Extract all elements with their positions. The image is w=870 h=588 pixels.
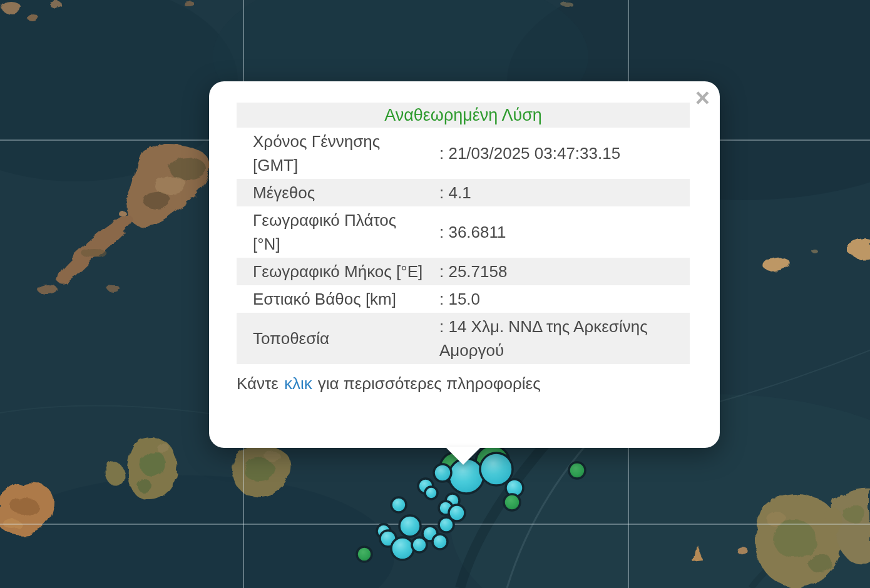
earthquake-marker[interactable] [399,515,421,537]
earthquake-marker[interactable] [391,537,414,560]
popup-table-row: Γεωγραφικό Πλάτος [°N]: 36.6811 [237,206,690,258]
popup-table-row: Χρόνος Γέννησης [GMT]: 21/03/2025 03:47:… [237,128,690,179]
field-value: : 25.7158 [424,260,690,283]
footer-text-suffix: για περισσότερες πληροφορίες [318,374,541,393]
earthquake-marker[interactable] [432,534,448,549]
earthquake-popup: × Αναθεωρημένη Λύση Χρόνος Γέννησης [GMT… [209,81,720,448]
field-label: Τοποθεσία [237,327,424,350]
field-value: : 14 Χλμ. ΝΝΔ της Αρκεσίνης Αμοργού [424,315,690,362]
field-label: Γεωγραφικό Πλάτος [°N] [237,208,424,256]
popup-table-row: Γεωγραφικό Μήκος [°E]: 25.7158 [237,258,690,285]
popup-tail-pointer [445,447,481,465]
field-label: Εστιακό Βάθος [km] [237,287,424,311]
field-label: Γεωγραφικό Μήκος [°E] [237,260,424,283]
field-value: : 21/03/2025 03:47:33.15 [424,141,690,165]
earthquake-marker[interactable] [569,462,585,479]
popup-title: Αναθεωρημένη Λύση [237,103,690,128]
field-value: : 4.1 [424,181,690,205]
earthquake-marker[interactable] [434,464,451,482]
more-info-link[interactable]: κλικ [284,374,312,393]
earthquake-marker[interactable] [504,494,520,510]
popup-table-row: Μέγεθος: 4.1 [237,179,690,206]
earthquake-marker[interactable] [357,547,372,562]
popup-table-row: Εστιακό Βάθος [km]: 15.0 [237,285,690,313]
field-value: : 15.0 [424,287,690,311]
field-value: : 36.6811 [424,220,690,244]
field-label: Μέγεθος [237,181,424,205]
close-icon[interactable]: × [695,84,710,111]
footer-text-prefix: Κάντε [237,374,279,393]
popup-footer: Κάντεκλικγια περισσότερες πληροφορίες [237,372,690,395]
earthquake-marker[interactable] [425,487,438,499]
earthquake-marker[interactable] [439,517,454,532]
earthquake-marker[interactable] [480,453,513,485]
earthquake-marker[interactable] [391,497,406,512]
field-label: Χρόνος Γέννησης [GMT] [237,129,424,177]
popup-table-row: Τοποθεσία: 14 Χλμ. ΝΝΔ της Αρκεσίνης Αμο… [237,313,690,364]
popup-table: Χρόνος Γέννησης [GMT]: 21/03/2025 03:47:… [237,128,690,364]
